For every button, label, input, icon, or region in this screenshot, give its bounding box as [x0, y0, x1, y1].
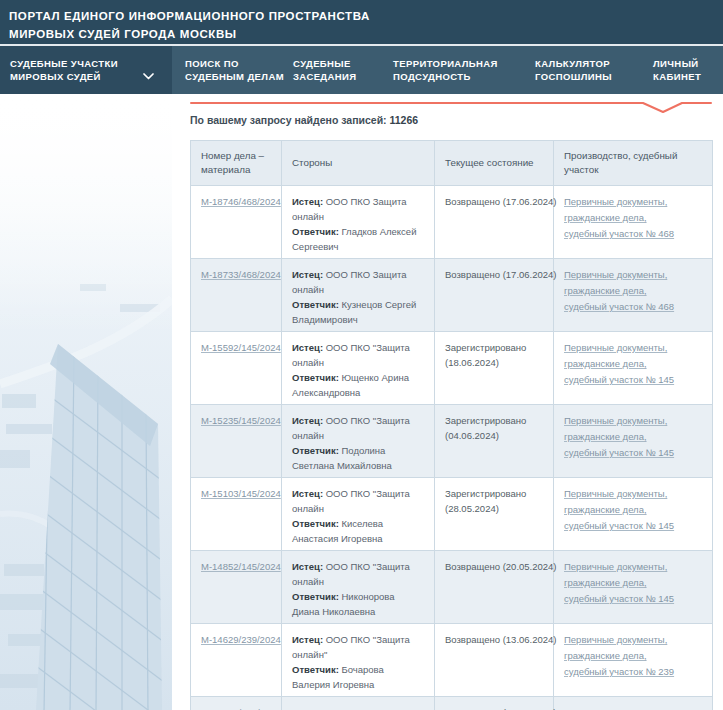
nav-item-territorial-jurisdiction[interactable]: ТЕРРИТОРИАЛЬНАЯ ПОДСУДНОСТЬ: [393, 46, 498, 94]
table-row: М-18733/468/2024 Истец: ООО ПКО Защита о…: [191, 259, 713, 332]
plaintiff-label: Истец:: [292, 269, 323, 280]
production-link[interactable]: Первичные документы, гражданские дела, с…: [564, 415, 674, 458]
results-table: Номер дела – материала Стороны Текущее с…: [190, 140, 713, 710]
plaintiff-label: Истец:: [292, 415, 323, 426]
case-status: Возвращено (24.04.2024): [435, 697, 554, 710]
production-link[interactable]: Первичные документы, гражданские дела, с…: [564, 196, 674, 239]
case-number-link[interactable]: М-14629/239/2024: [201, 634, 281, 645]
plaintiff-label: Истец:: [292, 196, 323, 207]
plaintiff-label: Истец:: [292, 634, 323, 645]
results-count: 11266: [390, 114, 419, 126]
nav-item-case-search[interactable]: ПОИСК ПО СУДЕБНЫМ ДЕЛАМ: [185, 46, 284, 94]
case-status: Возвращено (20.05.2024): [435, 551, 554, 624]
results-summary-text: По вашему запросу найдено записей:: [190, 114, 390, 126]
header-parties: Стороны: [282, 141, 435, 186]
production-link[interactable]: Первичные документы, гражданские дела, с…: [564, 488, 674, 531]
portal-title-line2: МИРОВЫХ СУДЕЙ ГОРОДА МОСКВЫ: [9, 25, 713, 43]
active-tab-indicator-line: [190, 96, 712, 116]
defendant-label: Ответчик:: [292, 226, 339, 237]
header-production: Производство, судебный участок: [554, 141, 713, 186]
production-link[interactable]: Первичные документы, гражданские дела, с…: [564, 269, 674, 312]
case-number-link[interactable]: М-15103/145/2024: [201, 488, 281, 499]
table-row: М-15592/145/2024 Истец: ООО ПКО "Защита …: [191, 332, 713, 405]
plaintiff-label: Истец:: [292, 561, 323, 572]
table-row: М-15235/145/2024 Истец: ООО ПКО "Защита …: [191, 405, 713, 478]
case-status: Зарегистрировано(04.06.2024): [435, 405, 554, 478]
defendant-label: Ответчик:: [292, 299, 339, 310]
results-summary: По вашему запросу найдено записей: 11266: [190, 114, 712, 126]
table-row: М-15103/145/2024 Истец: ООО ПКО "Защита …: [191, 478, 713, 551]
case-number-link[interactable]: М-14852/145/2024: [201, 561, 281, 572]
case-status: Возвращено (17.06.2024): [435, 259, 554, 332]
case-number-link[interactable]: М-18746/468/2024: [201, 196, 281, 207]
portal-header: ПОРТАЛ ЕДИНОГО ИНФОРМАЦИОННОГО ПРОСТРАНС…: [0, 0, 723, 44]
plaintiff-label: Истец:: [292, 342, 323, 353]
table-row: М-14852/145/2024 Истец: ООО ПКО "Защита …: [191, 551, 713, 624]
city-aerial-background-image: [0, 94, 172, 710]
nav-item-court-districts[interactable]: СУДЕБНЫЕ УЧАСТКИ МИРОВЫХ СУДЕЙ: [0, 46, 172, 94]
production-link[interactable]: Первичные документы, гражданские дела, с…: [564, 634, 674, 677]
case-status: Зарегистрировано(28.05.2024): [435, 478, 554, 551]
defendant-label: Ответчик:: [292, 518, 339, 529]
case-number-link[interactable]: М-18733/468/2024: [201, 269, 281, 280]
case-status: Зарегистрировано(18.06.2024): [435, 332, 554, 405]
case-number-link[interactable]: М-15235/145/2024: [201, 415, 281, 426]
defendant-label: Ответчик:: [292, 664, 339, 675]
chevron-down-icon: [143, 66, 154, 84]
table-row: М-18746/468/2024 Истец: ООО ПКО Защита о…: [191, 186, 713, 259]
results-table-body: М-18746/468/2024 Истец: ООО ПКО Защита о…: [191, 186, 713, 710]
case-status: Возвращено (13.06.2024): [435, 624, 554, 697]
defendant-label: Ответчик:: [292, 372, 339, 383]
plaintiff-label: Истец:: [292, 488, 323, 499]
table-row: М-14629/239/2024 Истец: ООО ПКО "Защита …: [191, 624, 713, 697]
main-navigation: СУДЕБНЫЕ УЧАСТКИ МИРОВЫХ СУДЕЙ ПОИСК ПО …: [0, 46, 723, 94]
header-case-number: Номер дела – материала: [191, 141, 282, 186]
portal-title-line1: ПОРТАЛ ЕДИНОГО ИНФОРМАЦИОННОГО ПРОСТРАНС…: [9, 7, 713, 25]
nav-item-personal-cabinet[interactable]: ЛИЧНЫЙ КАБИНЕТ: [653, 46, 701, 94]
case-status: Возвращено (17.06.2024): [435, 186, 554, 259]
table-header-row: Номер дела – материала Стороны Текущее с…: [191, 141, 713, 186]
case-number-link[interactable]: М-15592/145/2024: [201, 342, 281, 353]
nav-item-court-sessions[interactable]: СУДЕБНЫЕ ЗАСЕДАНИЯ: [293, 46, 357, 94]
defendant-label: Ответчик:: [292, 591, 339, 602]
production-link[interactable]: Первичные документы, гражданские дела, с…: [564, 342, 674, 385]
nav-item-fee-calculator[interactable]: КАЛЬКУЛЯТОР ГОСПОШЛИНЫ: [535, 46, 612, 94]
table-row: М-14588/145/2024 Истец: ООО ПКО "Защита …: [191, 697, 713, 710]
header-current-status: Текущее состояние: [435, 141, 554, 186]
production-link[interactable]: Первичные документы, гражданские дела, с…: [564, 561, 674, 604]
defendant-label: Ответчик:: [292, 445, 339, 456]
